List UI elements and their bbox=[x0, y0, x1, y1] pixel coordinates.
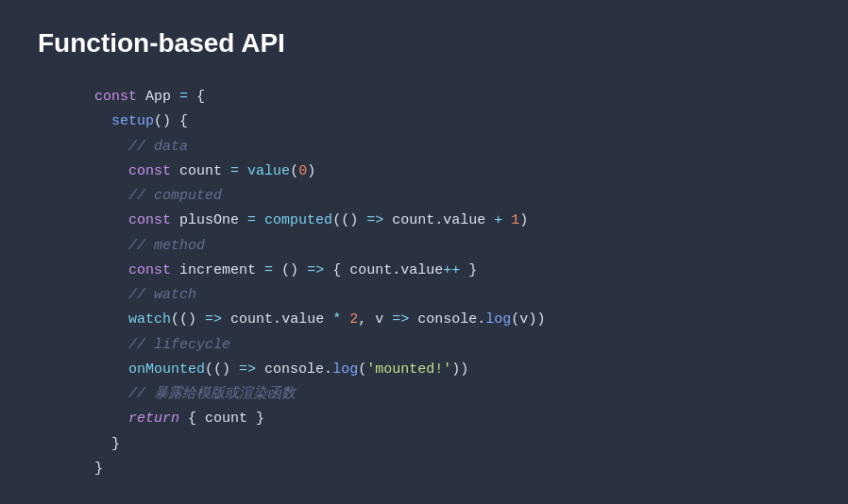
code-line-14: return { count } bbox=[94, 407, 810, 431]
code-line-16: } bbox=[94, 457, 810, 481]
code-line-8: const increment = () => { count.value++ … bbox=[94, 259, 810, 283]
code-block: const App = { setup() { // data const co… bbox=[38, 85, 810, 481]
code-line-4: const count = value(0) bbox=[94, 160, 810, 184]
code-line-13: // 暴露给模版或渲染函数 bbox=[94, 382, 810, 407]
code-line-12: onMounted(() => console.log('mounted!')) bbox=[94, 358, 810, 382]
page-container: Function-based API const App = { setup()… bbox=[0, 0, 848, 504]
code-line-11: // lifecycle bbox=[94, 333, 810, 358]
code-line-2: setup() { bbox=[94, 109, 810, 134]
code-line-5: // computed bbox=[94, 184, 810, 209]
code-line-3: // data bbox=[94, 135, 810, 160]
code-line-7: // method bbox=[94, 234, 810, 259]
code-line-10: watch(() => count.value * 2, v => consol… bbox=[94, 308, 810, 332]
code-line-1: const App = { bbox=[94, 85, 810, 109]
code-line-15: } bbox=[94, 432, 810, 457]
code-line-9: // watch bbox=[94, 283, 810, 308]
page-title: Function-based API bbox=[38, 28, 810, 59]
code-line-6: const plusOne = computed(() => count.val… bbox=[94, 209, 810, 233]
